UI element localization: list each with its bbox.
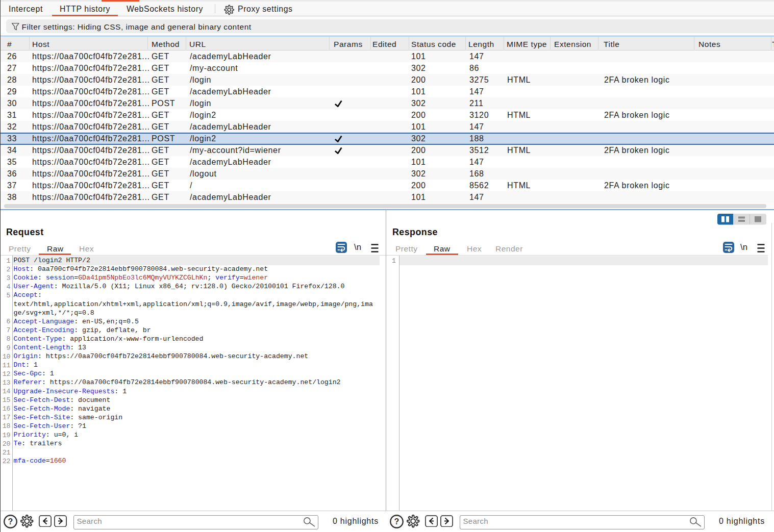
svg-text:?: ? — [8, 517, 13, 526]
svg-text:?: ? — [394, 517, 400, 526]
